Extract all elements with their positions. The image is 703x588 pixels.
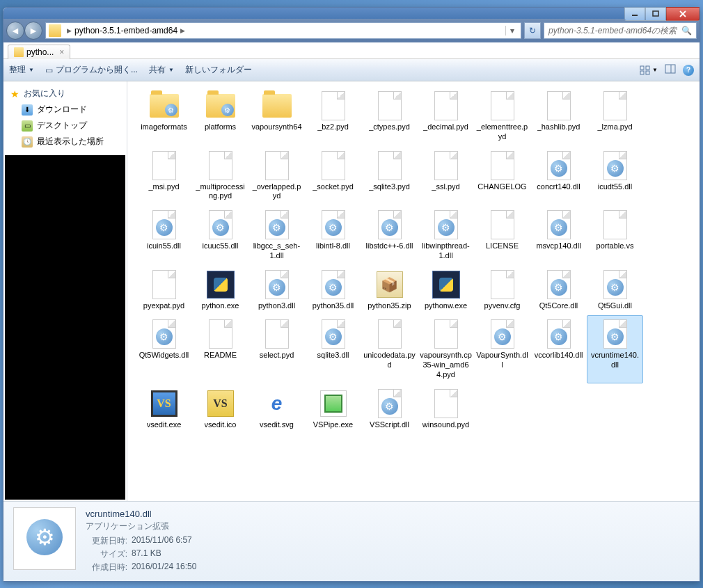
- tab-folder[interactable]: pytho... ×: [8, 45, 70, 59]
- file-item[interactable]: Qt5Core.dll: [530, 266, 587, 315]
- maximize-button[interactable]: [645, 7, 666, 21]
- file-label: python.exe: [202, 301, 239, 311]
- file-label: concrt140.dll: [537, 182, 580, 192]
- view-options-button[interactable]: ▼: [640, 65, 658, 75]
- dll-icon: [322, 270, 345, 299]
- file-item[interactable]: libgcc_s_seh-1.dll: [248, 206, 305, 264]
- file-item[interactable]: VSvsedit.ico: [192, 385, 248, 434]
- sidebar-label: お気に入り: [24, 88, 65, 100]
- file-item[interactable]: _sqlite3.pyd: [361, 147, 418, 205]
- sidebar-item-downloads[interactable]: ⬇ ダウンロード: [10, 102, 120, 118]
- file-item[interactable]: libintl-8.dll: [305, 206, 361, 264]
- breadcrumb-dropdown[interactable]: ▾: [505, 26, 518, 35]
- file-item[interactable]: _elementtree.pyd: [474, 87, 530, 145]
- breadcrumb-path[interactable]: python-3.5.1-embed-amd64: [74, 26, 177, 35]
- file-label: Qt5Gui.dll: [598, 301, 632, 311]
- file-item[interactable]: python35.dll: [305, 266, 361, 315]
- file-item[interactable]: _hashlib.pyd: [530, 87, 587, 145]
- file-item[interactable]: VSScript.dll: [361, 385, 418, 434]
- organize-menu[interactable]: 整理 ▼: [9, 64, 34, 76]
- file-item[interactable]: _ctypes.pyd: [361, 87, 418, 145]
- file-item[interactable]: python3.dll: [248, 266, 305, 315]
- forward-button[interactable]: ►: [24, 22, 42, 40]
- folder-icon: [14, 47, 24, 57]
- file-item[interactable]: pyexpat.pyd: [136, 266, 192, 315]
- file-item[interactable]: vcruntime140.dll: [587, 315, 643, 383]
- file-item[interactable]: vapoursynth64: [248, 87, 305, 145]
- file-item[interactable]: pyvenv.cfg: [474, 266, 530, 315]
- file-item[interactable]: concrt140.dll: [530, 147, 587, 205]
- file-item[interactable]: _decimal.pyd: [418, 87, 474, 145]
- file-item[interactable]: _multiprocessing.pyd: [192, 147, 248, 205]
- file-item[interactable]: platforms: [192, 87, 248, 145]
- file-list[interactable]: imageformatsplatformsvapoursynth64_bz2.p…: [127, 81, 700, 501]
- file-item[interactable]: _bz2.pyd: [305, 87, 361, 145]
- breadcrumb[interactable]: ▶ python-3.5.1-embed-amd64 ▶ ▾: [45, 22, 521, 39]
- dll-icon: [547, 319, 571, 349]
- file-item[interactable]: _overlapped.pyd: [248, 147, 305, 205]
- new-folder-button[interactable]: 新しいフォルダー: [185, 64, 252, 76]
- chevron-right-icon[interactable]: ▶: [180, 27, 185, 34]
- search-icon[interactable]: 🔍: [681, 26, 692, 35]
- file-item[interactable]: _ssl.pyd: [418, 147, 474, 205]
- search-input[interactable]: [548, 26, 681, 35]
- file-item[interactable]: vccorlib140.dll: [530, 315, 587, 383]
- sidebar-item-recent[interactable]: 🕓 最近表示した場所: [10, 134, 120, 150]
- file-item[interactable]: winsound.pyd: [418, 385, 474, 434]
- file-icon: [491, 270, 514, 299]
- share-menu[interactable]: 共有 ▼: [149, 64, 174, 76]
- open-with-button[interactable]: ▭ プログラムから開く...: [45, 64, 138, 76]
- dll-icon: [491, 319, 514, 349]
- file-item[interactable]: VSvsedit.exe: [136, 385, 192, 434]
- file-item[interactable]: Qt5Gui.dll: [587, 266, 643, 315]
- sidebar-favorites-header[interactable]: ★ お気に入り: [10, 86, 120, 102]
- file-item[interactable]: CHANGELOG: [474, 147, 530, 205]
- file-item[interactable]: Qt5Widgets.dll: [136, 315, 192, 383]
- file-item[interactable]: README: [192, 315, 248, 383]
- file-item[interactable]: select.pyd: [248, 315, 305, 383]
- file-item[interactable]: _socket.pyd: [305, 147, 361, 205]
- dll-icon: [265, 210, 289, 239]
- chevron-right-icon[interactable]: ▶: [67, 27, 72, 34]
- file-item[interactable]: _lzma.pyd: [587, 87, 643, 145]
- file-item[interactable]: LICENSE: [474, 206, 530, 264]
- file-item[interactable]: portable.vs: [587, 206, 643, 264]
- close-button[interactable]: [666, 7, 700, 21]
- file-item[interactable]: sqlite3.dll: [305, 315, 361, 383]
- file-label: _multiprocessing.pyd: [194, 182, 246, 202]
- help-button[interactable]: ?: [683, 65, 694, 76]
- tab-close-icon[interactable]: ×: [59, 47, 64, 57]
- dll-icon: [322, 319, 345, 349]
- file-item[interactable]: icudt55.dll: [587, 147, 643, 205]
- desktop-icon: ▭: [22, 120, 33, 132]
- minimize-button[interactable]: [624, 7, 645, 21]
- file-label: icuuc55.dll: [203, 241, 239, 251]
- titlebar[interactable]: [3, 8, 700, 19]
- file-item[interactable]: evsedit.svg: [248, 385, 305, 434]
- file-item[interactable]: _msi.pyd: [136, 147, 192, 205]
- file-item[interactable]: unicodedata.pyd: [361, 315, 418, 383]
- file-item[interactable]: pythonw.exe: [418, 266, 474, 315]
- details-row: 作成日時:2016/01/24 16:50: [86, 562, 196, 573]
- back-button[interactable]: ◄: [6, 22, 24, 40]
- file-item[interactable]: msvcp140.dll: [530, 206, 587, 264]
- file-item[interactable]: imageformats: [136, 87, 192, 145]
- file-label: _socket.pyd: [313, 182, 354, 192]
- search-box[interactable]: 🔍: [544, 22, 697, 39]
- refresh-button[interactable]: ↻: [524, 22, 541, 39]
- file-item[interactable]: VapourSynth.dll: [474, 315, 530, 383]
- file-item[interactable]: VSPipe.exe: [305, 385, 361, 434]
- preview-pane-button[interactable]: [665, 64, 676, 76]
- file-item[interactable]: vapoursynth.cp35-win_amd64.pyd: [418, 315, 474, 383]
- file-item[interactable]: libstdc++-6.dll: [361, 206, 418, 264]
- file-label: imageformats: [141, 122, 187, 132]
- file-item[interactable]: icuuc55.dll: [192, 206, 248, 264]
- sidebar-item-desktop[interactable]: ▭ デスクトップ: [10, 118, 120, 134]
- file-item[interactable]: python.exe: [192, 266, 248, 315]
- file-item[interactable]: 📦python35.zip: [361, 266, 418, 315]
- file-item[interactable]: libwinpthread-1.dll: [418, 206, 474, 264]
- file-item[interactable]: icuin55.dll: [136, 206, 192, 264]
- file-label: portable.vs: [597, 241, 634, 251]
- file-label: pyexpat.pyd: [143, 301, 184, 311]
- file-icon: [322, 151, 345, 180]
